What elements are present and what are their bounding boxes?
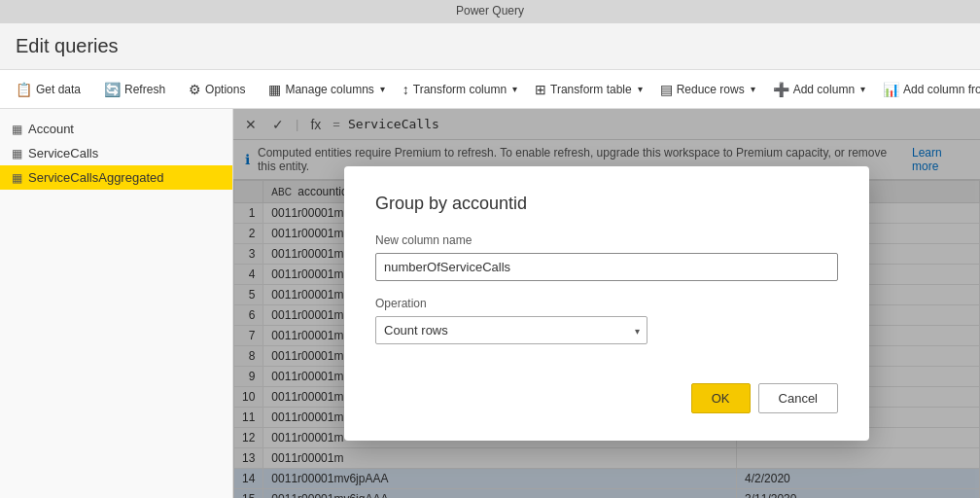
new-column-name-label: New column name bbox=[375, 233, 838, 247]
operation-label: Operation bbox=[375, 297, 838, 310]
title-bar: Power Query bbox=[0, 0, 980, 23]
manage-columns-arrow: ▾ bbox=[380, 84, 385, 94]
group-by-dialog: Group by accountid New column name Opera… bbox=[344, 166, 869, 441]
transform-table-icon: ⊞ bbox=[535, 82, 546, 97]
reduce-rows-button[interactable]: ▤ Reduce rows ▾ bbox=[652, 74, 763, 105]
sidebar-item-service-calls[interactable]: ▦ ServiceCalls bbox=[0, 141, 232, 165]
reduce-rows-arrow: ▾ bbox=[751, 84, 755, 94]
options-icon: ⚙ bbox=[189, 82, 201, 97]
transform-table-arrow: ▾ bbox=[638, 84, 643, 94]
transform-column-icon: ↕ bbox=[402, 82, 409, 97]
sidebar-item-account[interactable]: ▦ Account bbox=[0, 117, 232, 141]
manage-columns-icon: ▦ bbox=[268, 82, 281, 97]
add-column-arrow: ▾ bbox=[860, 84, 865, 94]
toolbar: 📋 Get data 🔄 Refresh ⚙ Options ▦ Manage … bbox=[0, 70, 980, 109]
add-column-from-icon: 📊 bbox=[883, 82, 899, 97]
operation-select[interactable]: Count rows Sum Average Min Max Count Dis… bbox=[375, 316, 648, 344]
options-button[interactable]: ⚙ Options bbox=[181, 74, 253, 105]
transform-column-button[interactable]: ↕ Transform column ▾ bbox=[395, 74, 525, 105]
sidebar-item-service-calls-aggregated[interactable]: ▦ ServiceCallsAggregated bbox=[0, 165, 232, 190]
operation-select-wrap: Count rows Sum Average Min Max Count Dis… bbox=[375, 316, 648, 344]
add-column-button[interactable]: ➕ Add column ▾ bbox=[765, 74, 873, 105]
cancel-button[interactable]: Cancel bbox=[758, 383, 838, 413]
manage-columns-button[interactable]: ▦ Manage columns ▾ bbox=[261, 74, 392, 105]
sidebar: ▦ Account ▦ ServiceCalls ▦ ServiceCallsA… bbox=[0, 109, 233, 498]
ok-button[interactable]: OK bbox=[691, 383, 751, 413]
add-column-from-button[interactable]: 📊 Add column from ex bbox=[875, 74, 980, 105]
refresh-button[interactable]: 🔄 Refresh bbox=[96, 74, 173, 105]
refresh-icon: 🔄 bbox=[104, 82, 121, 97]
new-column-name-input[interactable] bbox=[375, 253, 838, 281]
new-column-name-group: New column name bbox=[375, 233, 838, 281]
title-bar-label: Power Query bbox=[456, 4, 524, 18]
service-calls-agg-table-icon: ▦ bbox=[12, 171, 22, 185]
modal-title: Group by accountid bbox=[375, 194, 838, 214]
modal-footer: OK Cancel bbox=[375, 383, 838, 413]
service-calls-table-icon: ▦ bbox=[12, 147, 22, 160]
transform-table-button[interactable]: ⊞ Transform table ▾ bbox=[527, 74, 650, 105]
reduce-rows-icon: ▤ bbox=[660, 82, 673, 97]
main-layout: ▦ Account ▦ ServiceCalls ▦ ServiceCallsA… bbox=[0, 109, 980, 498]
add-column-icon: ➕ bbox=[773, 82, 789, 97]
get-data-button[interactable]: 📋 Get data bbox=[8, 74, 88, 105]
get-data-icon: 📋 bbox=[16, 82, 32, 97]
page-title: Edit queries bbox=[16, 35, 119, 57]
content-area: ✕ ✓ | fx = ℹ Computed entities require P… bbox=[233, 109, 980, 498]
transform-column-arrow: ▾ bbox=[512, 84, 517, 94]
app-header: Edit queries bbox=[0, 23, 980, 70]
account-table-icon: ▦ bbox=[12, 123, 22, 136]
operation-group: Operation Count rows Sum Average Min Max… bbox=[375, 297, 838, 344]
modal-overlay: Group by accountid New column name Opera… bbox=[233, 109, 980, 498]
